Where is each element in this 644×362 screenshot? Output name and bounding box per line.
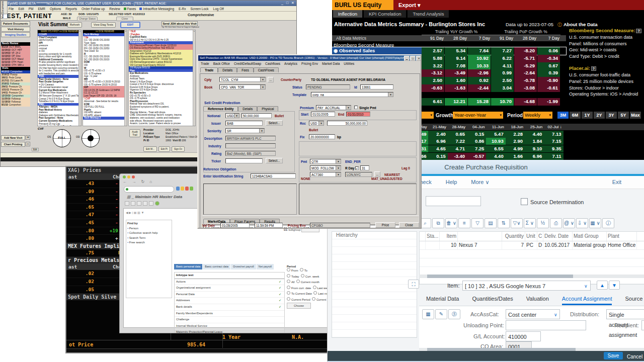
date-header[interactable]: 11-Jun xyxy=(486,124,505,130)
trade-menu-item[interactable]: CreditDefaultSwap xyxy=(234,62,261,65)
extension-icon[interactable] xyxy=(190,187,193,191)
close-visit-button[interactable]: Close xyxy=(116,17,133,21)
emr-line[interactable]: for 1 months. This condition is associat… xyxy=(38,69,81,72)
emr-menu-item[interactable]: Review xyxy=(108,7,120,11)
id-string-field[interactable]: 1234BACSAG xyxy=(251,173,296,178)
extension-icon[interactable] xyxy=(176,187,180,191)
trade-tab[interactable]: Trade xyxy=(200,67,218,72)
edit-pt-button[interactable]: Edit Pt xyxy=(158,146,170,152)
emr-line[interactable]: 3M Nexcare Durapore 1" X 10 yard Tape xyxy=(38,95,81,98)
infotype-item[interactable]: Internal Medical Service xyxy=(175,323,284,330)
emr-title-bar[interactable]: EyeMD EMR BETA ********NOT FOR CLINICAL … xyxy=(1,1,297,6)
column-header[interactable]: Unit xyxy=(525,232,537,241)
next-item-button[interactable]: ▼ xyxy=(609,281,620,290)
notional-ccy-combo[interactable]: USD▾ xyxy=(225,113,239,118)
hierarchy-row[interactable] xyxy=(332,292,417,300)
tree-toolbar[interactable]: ◀ ▶ | ▤ ▥ ▼ xyxy=(126,211,144,214)
print-icon[interactable]: ⎙ xyxy=(26,142,30,146)
rday-checkbox[interactable]: ✓ xyxy=(355,166,359,170)
toolbar-icon[interactable]: ⓘ xyxy=(602,218,614,228)
exit-button[interactable]: Exit xyxy=(612,179,621,185)
emr-menu-item[interactable]: Intraoffice Messaging xyxy=(139,7,174,11)
visit-history-button[interactable]: Visit History xyxy=(1,27,30,32)
period-radio[interactable]: To Current Date xyxy=(287,292,312,295)
range-button[interactable]: 5Y xyxy=(618,112,629,119)
cpty-combo[interactable]: TCOL_CYM▾ xyxy=(219,77,266,82)
emr-menu-item[interactable]: Order Follow up xyxy=(80,7,105,11)
notional-field[interactable]: 50,000,000 xyxy=(242,113,272,118)
accasscat-dropdown[interactable]: Cost center xyxy=(506,309,560,319)
expand-item-button[interactable]: ⛶ xyxy=(408,280,419,289)
chart-printing-button[interactable]: Chart Printing xyxy=(1,142,25,147)
hierarchy-row[interactable] xyxy=(332,239,417,247)
toolbar-icon[interactable] xyxy=(149,201,153,206)
reference-tab[interactable]: Reference Entity xyxy=(203,106,238,111)
unloading-point-input[interactable] xyxy=(506,320,586,330)
camera-icon[interactable]: ⌘ xyxy=(26,135,30,140)
tree-item[interactable]: ▪ Free search xyxy=(127,240,171,245)
choose-button[interactable]: Choose xyxy=(287,303,311,309)
hierarchy-row[interactable] xyxy=(332,330,417,337)
date-header[interactable]: 04-Jun xyxy=(467,124,486,130)
help-icon[interactable]: ? xyxy=(591,66,596,71)
trade-menu-item[interactable]: Cashflows xyxy=(265,62,280,65)
hidden-dropdown-stub[interactable]: ▾ xyxy=(422,112,434,119)
period-radio[interactable]: Curr. week xyxy=(301,275,319,278)
item-tab[interactable]: Quantities/Dates xyxy=(472,296,513,305)
emr-menu-item[interactable]: E-Rx xyxy=(178,7,186,11)
bloomberg-tab[interactable]: Trend Analysis xyxy=(408,10,449,18)
range-button[interactable]: Max xyxy=(630,112,641,119)
hierarchy-row[interactable] xyxy=(332,277,417,285)
hierarchy-row[interactable] xyxy=(332,254,417,262)
hierarchy-row[interactable] xyxy=(332,247,417,254)
period-dropdown[interactable]: Weekly▾ xyxy=(523,112,552,119)
hierarchy-row[interactable] xyxy=(332,262,417,269)
date-header[interactable]: 28-May xyxy=(448,124,467,130)
emr-menu-item[interactable]: Log Off xyxy=(212,7,224,11)
toolbar-icon[interactable] xyxy=(131,201,135,206)
source-determination-checkbox[interactable] xyxy=(521,198,528,205)
about-the-data-link[interactable]: About the Data xyxy=(564,22,598,27)
infotype-item[interactable]: Addresses✓ xyxy=(175,298,284,304)
toolbar-icon[interactable]: ⧉ xyxy=(432,218,444,228)
toolbar-icon[interactable]: ⇅ xyxy=(498,218,510,228)
issuer-select-button[interactable]: Select... xyxy=(266,120,283,126)
column-header[interactable] xyxy=(458,232,502,241)
currency-icon[interactable]: ⓢ xyxy=(448,309,460,319)
gl-account-input[interactable]: 410000 xyxy=(506,331,541,341)
emr-line[interactable]: Tech Workup 2 xyxy=(83,117,127,120)
save-button[interactable]: Save xyxy=(604,352,623,359)
close-button[interactable]: Close xyxy=(399,222,419,228)
column-header[interactable]: C xyxy=(537,232,543,241)
trade-title-bar[interactable]: Sell Protection on BAB 5R /Receive: USD … xyxy=(198,55,422,61)
hierarchy-row[interactable] xyxy=(332,315,417,322)
column-header[interactable]: Plant xyxy=(607,232,637,241)
trade-window-controls[interactable]: ▁◻✕ xyxy=(404,56,422,61)
emr-line[interactable]: Avastin, Lucentis, Laser. Patient elects… xyxy=(129,122,195,125)
requisition-number-input[interactable] xyxy=(426,196,481,206)
range-button[interactable]: 3Y xyxy=(606,112,617,119)
period-radio[interactable]: Current Period xyxy=(287,298,310,301)
hierarchy-row[interactable] xyxy=(332,307,417,315)
imaging-studies-button[interactable]: Imaging Studies xyxy=(1,32,30,37)
audit-trail-button[interactable]: Audit Trail xyxy=(129,129,140,137)
toolbar-icon[interactable]: ▽∨ xyxy=(511,218,523,228)
issuer-field[interactable]: BAB xyxy=(225,121,263,126)
cpty-browse-button[interactable]: ... xyxy=(268,77,274,82)
period-radio[interactable]: Current month xyxy=(296,281,319,284)
range-button[interactable]: 3M xyxy=(557,112,569,119)
toolbar-icon[interactable]: ▽ xyxy=(471,218,484,228)
toolbar-icon[interactable]: ⇩ ∨ xyxy=(576,218,588,228)
infotype-item[interactable]: Bank details✓ xyxy=(175,304,284,311)
item-dropdown[interactable]: [ 10 ] 32 , ASUS Google Nexus 7 xyxy=(462,281,591,291)
item-tab[interactable]: Account Assignment xyxy=(562,296,612,305)
info-icon[interactable]: ⓘ xyxy=(557,22,562,28)
window-dot-yellow[interactable] xyxy=(127,175,130,178)
period-radio[interactable]: From curr. date xyxy=(287,287,311,290)
toolbar-icon[interactable] xyxy=(137,201,141,206)
change-status-button[interactable]: Change Status xyxy=(77,17,98,21)
range-button[interactable]: 2Y xyxy=(594,112,605,119)
hr-tab[interactable]: Net payroll xyxy=(257,264,274,269)
seniority-combo[interactable]: SR▾ xyxy=(225,128,265,133)
column-header[interactable]: Item xyxy=(440,232,458,241)
